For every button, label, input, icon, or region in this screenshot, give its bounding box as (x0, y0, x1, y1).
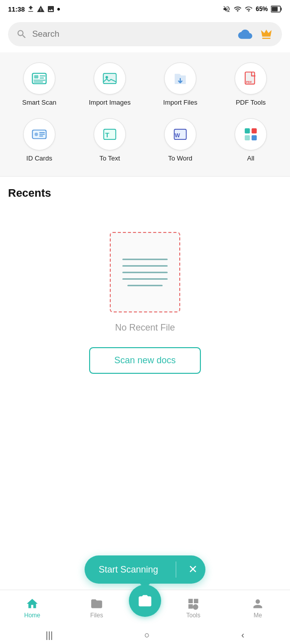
to-word-icon: W (172, 126, 189, 143)
bottom-nav: Home Files Tools Me (0, 590, 290, 626)
smart-scan-icon (31, 70, 48, 87)
search-input[interactable] (32, 29, 233, 39)
nav-camera-button[interactable] (129, 585, 161, 617)
import-files-icon-circle (164, 62, 196, 95)
svg-rect-1 (281, 8, 282, 11)
to-text-icon: T (101, 126, 118, 143)
doc-line-3 (122, 272, 168, 273)
search-icon (16, 29, 27, 40)
camera-icon (137, 593, 153, 608)
tools-icon (187, 597, 200, 610)
doc-line-5 (127, 285, 163, 286)
nav-files-label: Files (90, 612, 103, 619)
bottom-spacer (0, 389, 290, 479)
nav-me[interactable]: Me (226, 597, 290, 619)
nav-home[interactable]: Home (0, 597, 64, 619)
empty-state: No Recent File Scan new docs (0, 212, 290, 389)
pdf-tools-icon: PDF (242, 70, 259, 87)
status-time: 11:38 • (8, 5, 60, 14)
smart-scan-icon-circle (23, 62, 55, 95)
import-images-label: Import Images (89, 99, 130, 106)
all-icon (242, 126, 259, 143)
scan-new-docs-button[interactable]: Scan new docs (89, 347, 201, 374)
status-indicators: 65% (223, 5, 282, 13)
start-scanning-divider (176, 561, 176, 578)
image-icon (47, 5, 55, 13)
empty-doc-illustration (110, 232, 180, 312)
id-cards-icon-circle (23, 118, 55, 150)
me-icon (251, 597, 264, 610)
mute-icon (223, 5, 231, 13)
time-display: 11:38 (8, 6, 25, 13)
svg-rect-9 (103, 73, 116, 84)
svg-text:T: T (105, 131, 110, 139)
svg-point-15 (35, 133, 38, 136)
to-text-label: To Text (100, 154, 120, 162)
download-icon (27, 5, 35, 13)
system-nav-bar: ||| ○ ‹ (0, 626, 290, 644)
system-nav-home[interactable]: ○ (132, 628, 162, 642)
files-icon (90, 597, 103, 610)
import-images-icon (101, 70, 118, 87)
wifi-icon (234, 5, 242, 13)
battery-icon (271, 6, 282, 13)
to-word-icon-circle: W (164, 118, 196, 150)
all-icon-circle (235, 118, 267, 150)
start-scanning-bar[interactable]: Start Scanning ✕ (85, 555, 205, 584)
nav-tools-label: Tools (186, 612, 200, 619)
id-cards-icon (31, 126, 48, 143)
nav-files[interactable]: Files (64, 597, 129, 619)
svg-text:W: W (175, 132, 180, 138)
to-text-icon-circle: T (94, 118, 126, 150)
smart-scan-label: Smart Scan (22, 99, 56, 106)
recents-section: Recents (0, 177, 290, 200)
import-images-icon-circle (94, 62, 126, 95)
id-cards-item[interactable]: ID Cards (4, 112, 75, 168)
nav-home-label: Home (24, 612, 40, 619)
home-icon (26, 597, 39, 610)
system-nav-back[interactable]: ‹ (229, 628, 256, 642)
all-label: All (247, 154, 254, 162)
status-bar: 11:38 • 65% (0, 0, 290, 18)
svg-rect-25 (252, 135, 257, 140)
alert-icon (37, 5, 45, 13)
search-action-icons (238, 27, 274, 41)
doc-line-1 (122, 259, 168, 260)
to-text-item[interactable]: T To Text (75, 112, 145, 168)
import-files-item[interactable]: Import Files (145, 56, 215, 112)
recents-title: Recents (8, 187, 282, 200)
pdf-tools-icon-circle: PDF (235, 62, 267, 95)
start-scanning-label: Start Scanning (99, 565, 172, 575)
svg-rect-23 (245, 128, 250, 133)
import-images-item[interactable]: Import Images (75, 56, 145, 112)
svg-text:PDF: PDF (246, 80, 252, 84)
nav-tools[interactable]: Tools (161, 597, 226, 619)
to-word-item[interactable]: W To Word (145, 112, 215, 168)
id-cards-label: ID Cards (26, 154, 52, 162)
doc-line-4 (122, 278, 168, 280)
svg-rect-2 (272, 7, 278, 12)
cloud-icon[interactable] (238, 27, 253, 41)
no-recent-text: No Recent File (115, 323, 175, 333)
import-files-label: Import Files (163, 99, 197, 106)
pdf-tools-label: PDF Tools (236, 99, 266, 106)
smart-scan-item[interactable]: Smart Scan (4, 56, 75, 112)
crown-icon[interactable] (259, 27, 274, 41)
feature-grid: Smart Scan Import Images Import Files (0, 52, 290, 177)
system-nav-recents[interactable]: ||| (34, 628, 65, 642)
battery-text: 65% (256, 6, 268, 13)
dot-indicator: • (57, 5, 60, 14)
all-item[interactable]: All (215, 112, 286, 168)
svg-rect-26 (245, 135, 250, 140)
signal-icon (245, 5, 253, 13)
pdf-tools-item[interactable]: PDF PDF Tools (215, 56, 286, 112)
svg-rect-4 (34, 75, 39, 78)
svg-point-11 (106, 76, 108, 78)
search-bar[interactable] (8, 22, 282, 46)
start-scanning-close-button[interactable]: ✕ (180, 563, 205, 576)
import-files-icon (172, 70, 189, 87)
svg-rect-24 (252, 128, 257, 133)
nav-me-label: Me (254, 612, 262, 619)
to-word-label: To Word (168, 154, 192, 162)
doc-line-2 (122, 265, 168, 267)
